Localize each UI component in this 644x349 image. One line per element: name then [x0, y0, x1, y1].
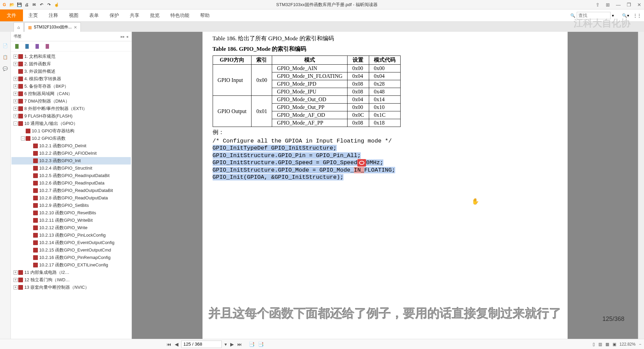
tree-toggle-icon[interactable]: + — [14, 84, 18, 88]
insert-icon[interactable]: 📑 — [248, 342, 255, 347]
tree-toggle-icon[interactable]: + — [14, 92, 18, 96]
bookmark-collapse-icon[interactable] — [45, 43, 51, 49]
bookmark-item[interactable]: 10.2.15 函数GPIO_EventOutputCmd — [11, 246, 131, 254]
bookmark-item[interactable]: +4. 模拟/数字转换器 — [11, 75, 131, 83]
bookmark-item[interactable]: +11 内部集成电路（I2… — [11, 269, 131, 276]
tree-toggle-icon[interactable]: + — [14, 54, 18, 59]
bookmark-item[interactable]: -10 通用输入/输出（GPIO） — [11, 120, 131, 127]
document-viewport[interactable]: Table 186. 给出了所有 GPIO_Mode 的索引和编码 Table … — [132, 32, 638, 339]
last-page-icon[interactable]: ⏭ — [237, 342, 243, 347]
menu-features[interactable]: 特色功能 — [165, 9, 195, 21]
bookmark-item[interactable]: 10.2.7 函数GPIO_ReadOutputDataBit — [11, 187, 131, 194]
tab-home[interactable]: ⌂ — [14, 22, 24, 32]
redo-icon[interactable]: ↷ — [46, 2, 52, 8]
bookmark-item[interactable]: 10.2.13 函数GPIO_PinLockConfig — [11, 232, 131, 239]
bookmark-item[interactable]: 10.2.1 函数GPIO_DeInit — [11, 142, 131, 150]
bookmark-item[interactable]: 10.2.12 函数GPIO_Write — [11, 224, 131, 232]
print-icon[interactable]: 🖨 — [24, 2, 30, 8]
search-dropdown-icon[interactable]: ▾ — [612, 13, 614, 18]
bookmark-item[interactable]: +5. 备份寄存器（BKP） — [11, 83, 131, 90]
search-icon[interactable]: 🔍 — [570, 13, 575, 18]
bookmark-item[interactable]: +2. 固件函数库 — [11, 60, 131, 68]
page-dropdown-icon[interactable]: ▾ — [224, 342, 228, 347]
options-icon[interactable]: ⋮⋮ — [633, 13, 641, 18]
bookmark-del-icon[interactable] — [24, 43, 30, 49]
tree-toggle-icon[interactable]: - — [21, 136, 25, 140]
prev-page-icon[interactable]: ◀ — [174, 342, 179, 347]
bookmark-item[interactable]: +1. 文档和库规范 — [11, 53, 131, 60]
vertical-scrollbar[interactable] — [638, 32, 644, 339]
bookmark-item[interactable]: 10.2.2 函数GPIO_AFIODeInit — [11, 150, 131, 157]
bookmark-item[interactable]: 10.2.9 函数GPIO_SetBits — [11, 202, 131, 209]
undo-icon[interactable]: ↶ — [39, 2, 45, 8]
bookmark-add-icon[interactable] — [14, 43, 20, 49]
bookmark-item[interactable]: +7 DMA控制器（DMA） — [11, 97, 131, 105]
bookmark-item[interactable]: 10.2.11 函数GPIO_WriteBit — [11, 217, 131, 224]
first-page-icon[interactable]: ⏮ — [166, 342, 172, 347]
tree-toggle-icon[interactable]: + — [14, 278, 18, 282]
collapse-icon[interactable]: ◂ — [125, 34, 129, 39]
bookmark-expand-icon[interactable] — [34, 43, 41, 49]
view-single-icon[interactable]: ▯ — [593, 342, 595, 347]
menu-help[interactable]: 帮助 — [195, 9, 215, 21]
save-icon[interactable]: 💾 — [16, 2, 22, 8]
view-cover-icon[interactable]: ▣ — [613, 342, 616, 347]
bookmark-item[interactable]: 10.2.5 函数GPIO_ReadInputDataBit — [11, 172, 131, 179]
maximize-icon[interactable]: ❐ — [625, 2, 633, 7]
tree-toggle-icon[interactable]: + — [14, 270, 18, 275]
tree-toggle-icon[interactable]: + — [14, 114, 18, 118]
search-go-icon[interactable]: 🔍▾ — [622, 13, 629, 18]
email-icon[interactable]: ✉ — [31, 2, 37, 8]
bookmark-item[interactable]: 3. 外设固件概述 — [11, 68, 131, 75]
tree-toggle-icon[interactable]: + — [14, 99, 18, 103]
minimize-icon[interactable]: — — [615, 2, 622, 7]
next-page-icon[interactable]: ▶ — [230, 342, 235, 347]
bookmark-item[interactable]: 10.2.6 函数GPIO_ReadInputData — [11, 179, 131, 187]
collapse-left-icon[interactable]: ▸▸ — [120, 34, 125, 39]
view-cont-icon[interactable]: ▥ — [598, 342, 602, 347]
open-icon[interactable]: 📂 — [9, 2, 15, 8]
bookmark-item[interactable]: +13 嵌套向量中断控制器（NVIC） — [11, 284, 131, 291]
bookmark-item[interactable]: 10.2.8 函数GPIO_ReadOutputData — [11, 194, 131, 202]
menu-view[interactable]: 视图 — [64, 9, 84, 21]
close-icon[interactable]: ✕ — [636, 2, 643, 7]
tab-close-icon[interactable]: ✕ — [74, 25, 77, 30]
bookmark-item[interactable]: 10.2.3 函数GPIO_Init — [11, 157, 131, 165]
search-input[interactable] — [577, 12, 611, 19]
bookmark-item[interactable]: 10.2.16 函数GPIO_PinRemapConfig — [11, 254, 131, 261]
tree-toggle-icon[interactable]: - — [14, 122, 18, 126]
bookmark-item[interactable]: 10.1 GPIO寄存器结构 — [11, 127, 131, 135]
bookmark-item[interactable]: +6 控制器局域网（CAN） — [11, 90, 131, 97]
page-icon[interactable]: 📄 — [2, 42, 9, 49]
menu-share[interactable]: 共享 — [124, 9, 145, 21]
bookmark-item[interactable]: +9 FLASH存储器(FLASH) — [11, 112, 131, 120]
bookmark-item[interactable]: 10.2.4 函数GPIO_StructInit — [11, 165, 131, 172]
menu-review[interactable]: 批览 — [145, 9, 165, 21]
bookmark-item[interactable]: 10.2.17 函数GPIO_EXTILineConfig — [11, 261, 131, 269]
tree-toggle-icon[interactable]: + — [14, 107, 18, 111]
tree-toggle-icon[interactable]: + — [14, 62, 18, 66]
bookmarks-tree[interactable]: +1. 文档和库规范+2. 固件函数库3. 外设固件概述+4. 模拟/数字转换器… — [11, 51, 132, 339]
file-menu[interactable]: 文件 — [0, 9, 23, 21]
bookmark-item[interactable]: 10.2.14 函数GPIO_EventOutputConfig — [11, 239, 131, 246]
bookmark-item[interactable]: 10.2.10 函数GPIO_ResetBits — [11, 209, 131, 217]
tree-toggle-icon[interactable]: + — [14, 77, 18, 81]
hand-icon[interactable]: ☝ — [53, 2, 59, 8]
menu-annotate[interactable]: 注释 — [43, 9, 64, 21]
bookmark-item[interactable]: +8 外部中断/事件控制器（EXTI） — [11, 105, 131, 112]
grid-icon[interactable]: ⊞ — [604, 2, 611, 7]
view-facing-icon[interactable]: ▦ — [605, 342, 609, 347]
menu-home[interactable]: 主页 — [23, 9, 43, 21]
bookmark-item[interactable]: +12 独立看门狗（IWD… — [11, 276, 131, 284]
clipboard-icon[interactable]: 📋 — [2, 53, 9, 61]
bookmark-item[interactable]: -10.2 GPIO库函数 — [11, 135, 131, 142]
code-example[interactable]: /* Configure all the GPIOA in Input Floa… — [213, 137, 557, 181]
tree-toggle-icon[interactable]: + — [14, 285, 18, 289]
share-icon[interactable]: ⇪ — [594, 2, 601, 7]
page-input[interactable] — [181, 341, 222, 348]
comment-icon[interactable]: 💬 — [2, 65, 9, 72]
extract-icon[interactable]: 📑 — [257, 342, 264, 347]
tab-document[interactable]: ▦ STM32F103xx固件... ✕ — [24, 22, 81, 32]
menu-form[interactable]: 表单 — [84, 9, 104, 21]
menu-protect[interactable]: 保护 — [104, 9, 124, 21]
